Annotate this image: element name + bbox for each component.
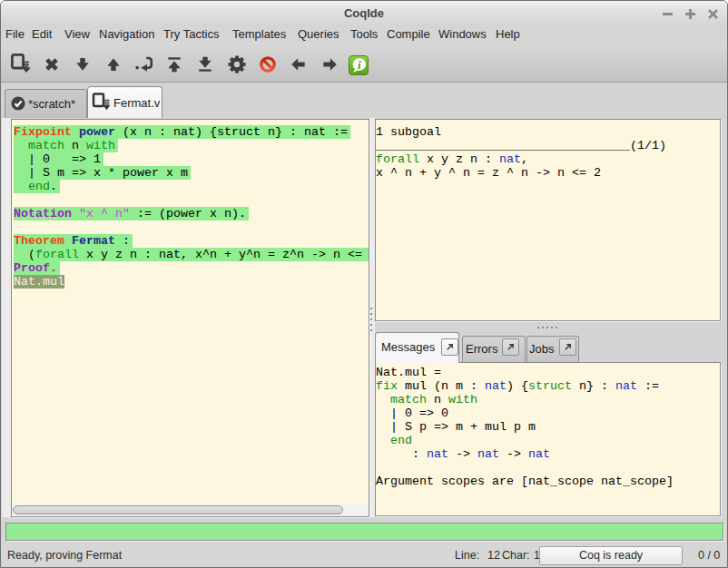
svg-text:i: i [358,58,361,72]
